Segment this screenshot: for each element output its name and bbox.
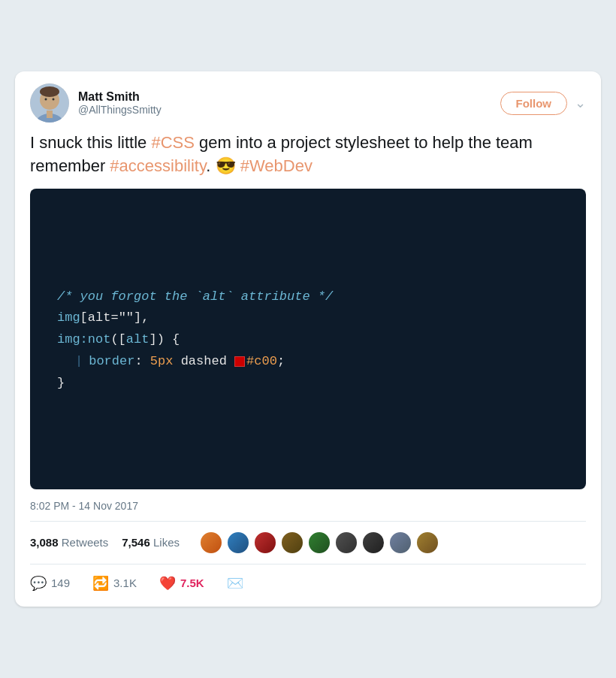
- tweet-header-right: Follow ⌄: [500, 92, 587, 115]
- reply-action[interactable]: 💬 149: [30, 569, 85, 598]
- liker-avatar-6: [334, 531, 358, 555]
- code-block: /* you forgot the `alt` attribute */ img…: [30, 189, 586, 489]
- reply-count: 149: [51, 577, 70, 589]
- svg-point-5: [45, 98, 47, 101]
- liker-avatar-1: [199, 531, 223, 555]
- code-line-1: img[alt=""],: [57, 307, 559, 329]
- tweet-actions: 💬 149 🔁 3.1K ❤️ 7.5K ✉️: [30, 564, 586, 598]
- hashtag-css[interactable]: #CSS: [151, 133, 194, 152]
- code-line-3: |border: 5px dashed #c00;: [75, 351, 559, 373]
- liker-avatar-2: [226, 531, 250, 555]
- svg-point-4: [40, 86, 59, 97]
- tweet-stats: 3,088 Retweets 7,546 Likes: [30, 531, 586, 564]
- code-line-4: }: [57, 373, 559, 395]
- retweet-action[interactable]: 🔁 3.1K: [92, 569, 152, 598]
- user-name: Matt Smith: [78, 90, 162, 104]
- like-action[interactable]: ❤️ 7.5K: [159, 569, 219, 598]
- color-swatch-red: [234, 356, 245, 367]
- svg-point-6: [53, 98, 55, 101]
- message-action[interactable]: ✉️: [227, 569, 258, 598]
- user-handle: @AllThingsSmitty: [78, 104, 162, 116]
- like-count: 7.5K: [180, 577, 204, 589]
- liker-avatar-5: [307, 531, 331, 555]
- user-info: Matt Smith @AllThingsSmitty: [78, 90, 162, 116]
- avatar: [30, 83, 69, 123]
- hashtag-webdev[interactable]: #WebDev: [240, 156, 313, 175]
- heart-icon: ❤️: [159, 575, 176, 592]
- retweet-stat: 3,088 Retweets: [30, 536, 108, 549]
- envelope-icon: ✉️: [227, 575, 243, 592]
- tweet-card: Matt Smith @AllThingsSmitty Follow ⌄ I s…: [15, 71, 601, 607]
- hashtag-accessibility[interactable]: #accessibility: [110, 156, 206, 175]
- liker-avatar-4: [280, 531, 304, 555]
- likers-avatar-row: [199, 531, 439, 555]
- tweet-header-left: Matt Smith @AllThingsSmitty: [30, 83, 162, 123]
- liker-avatar-7: [361, 531, 385, 555]
- reply-icon: 💬: [30, 575, 47, 592]
- tweet-text: I snuck this little #CSS gem into a proj…: [30, 132, 586, 178]
- chevron-down-icon[interactable]: ⌄: [575, 95, 586, 111]
- retweet-count: 3.1K: [113, 577, 137, 589]
- liker-avatar-9: [415, 531, 439, 555]
- code-comment: /* you forgot the `alt` attribute */: [57, 286, 559, 308]
- tweet-header: Matt Smith @AllThingsSmitty Follow ⌄: [30, 83, 586, 123]
- liker-avatar-3: [253, 531, 277, 555]
- tweet-timestamp: 8:02 PM - 14 Nov 2017: [30, 500, 586, 522]
- liker-avatar-8: [388, 531, 412, 555]
- follow-button[interactable]: Follow: [500, 92, 568, 115]
- code-line-2: img:not([alt]) {: [57, 329, 559, 351]
- likes-stat: 7,546 Likes: [122, 536, 180, 549]
- retweet-icon: 🔁: [92, 575, 109, 592]
- svg-rect-2: [47, 110, 53, 118]
